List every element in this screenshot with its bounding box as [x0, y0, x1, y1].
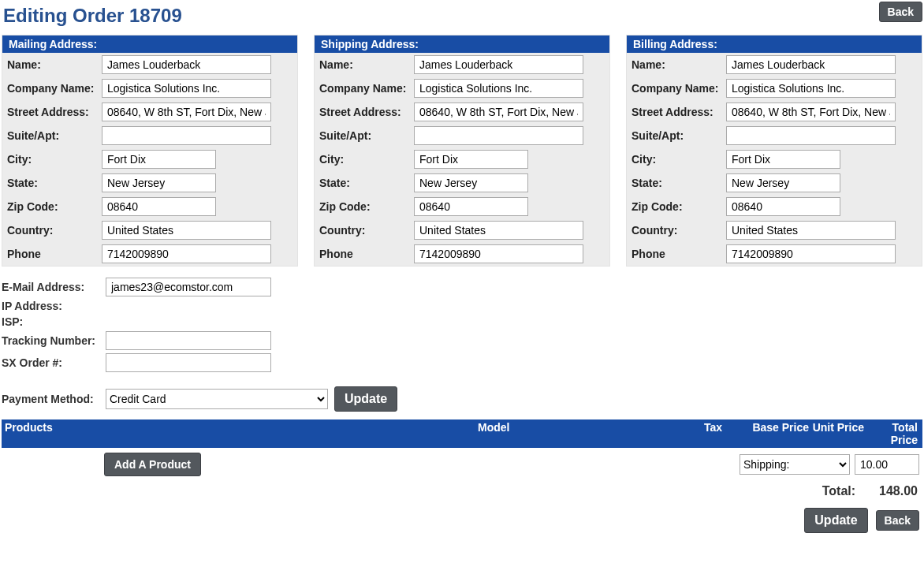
- mailing-zip-input[interactable]: [102, 197, 216, 216]
- email-input[interactable]: [106, 278, 271, 296]
- sx-order-input[interactable]: [106, 353, 271, 372]
- col-base-price: Base Price: [722, 421, 809, 446]
- billing-phone-input[interactable]: [726, 244, 896, 263]
- mailing-city-input[interactable]: [102, 150, 216, 169]
- col-model: Model: [478, 421, 659, 446]
- page-title: Editing Order 18709: [3, 5, 182, 27]
- label-isp: ISP:: [2, 315, 106, 328]
- shipping-phone-input[interactable]: [414, 244, 583, 263]
- update-payment-button[interactable]: Update: [334, 386, 397, 412]
- total-value: 148.00: [879, 484, 918, 498]
- shipping-state-input[interactable]: [414, 173, 528, 192]
- billing-state-input[interactable]: [726, 173, 840, 192]
- col-tax: Tax: [659, 421, 722, 446]
- mailing-address-panel: Mailing Address: Name: Company Name: Str…: [2, 35, 298, 267]
- shipping-company-input[interactable]: [414, 79, 583, 98]
- label-zip: Zip Code:: [7, 200, 102, 213]
- label-country: Country:: [7, 224, 102, 237]
- mailing-country-input[interactable]: [102, 221, 271, 240]
- mailing-header: Mailing Address:: [2, 35, 297, 53]
- mailing-phone-input[interactable]: [102, 244, 271, 263]
- update-button-bottom[interactable]: Update: [804, 508, 867, 533]
- billing-suite-input[interactable]: [726, 126, 896, 145]
- mailing-name-input[interactable]: [102, 55, 271, 74]
- label-payment: Payment Method:: [2, 393, 106, 405]
- label-tracking: Tracking Number:: [2, 334, 106, 347]
- billing-zip-input[interactable]: [726, 197, 840, 216]
- label-phone: Phone: [7, 248, 102, 260]
- billing-city-input[interactable]: [726, 150, 840, 169]
- shipping-city-input[interactable]: [414, 150, 528, 169]
- shipping-street-input[interactable]: [414, 103, 583, 121]
- label-name: Name:: [7, 58, 102, 71]
- mailing-suite-input[interactable]: [102, 126, 271, 145]
- shipping-zip-input[interactable]: [414, 197, 528, 216]
- col-unit-price: Unit Price: [809, 421, 864, 446]
- back-button-bottom[interactable]: Back: [876, 510, 919, 531]
- total-label: Total:: [822, 484, 855, 498]
- mailing-company-input[interactable]: [102, 79, 271, 98]
- shipping-name-input[interactable]: [414, 55, 583, 74]
- add-product-button[interactable]: Add A Product: [104, 453, 201, 476]
- back-button-top[interactable]: Back: [879, 2, 922, 22]
- billing-name-input[interactable]: [726, 55, 896, 74]
- tracking-input[interactable]: [106, 331, 271, 350]
- shipping-header: Shipping Address:: [315, 35, 609, 53]
- shipping-country-input[interactable]: [414, 221, 583, 240]
- col-total-price: Total Price: [864, 421, 919, 446]
- label-ip: IP Address:: [2, 300, 106, 312]
- billing-company-input[interactable]: [726, 79, 896, 98]
- label-city: City:: [7, 153, 102, 166]
- shipping-suite-input[interactable]: [414, 126, 583, 145]
- label-suite: Suite/Apt:: [7, 129, 102, 142]
- products-header-row: Products Model Tax Base Price Unit Price…: [2, 419, 922, 448]
- shipping-value-input[interactable]: [855, 454, 919, 475]
- mailing-street-input[interactable]: [102, 103, 271, 121]
- label-street: Street Address:: [7, 106, 102, 118]
- col-products: Products: [5, 421, 478, 446]
- billing-address-panel: Billing Address: Name: Company Name: Str…: [626, 35, 922, 267]
- billing-header: Billing Address:: [627, 35, 922, 53]
- label-company: Company Name:: [7, 82, 102, 95]
- billing-country-input[interactable]: [726, 221, 896, 240]
- shipping-address-panel: Shipping Address: Name: Company Name: St…: [314, 35, 610, 267]
- payment-method-select[interactable]: Credit Card: [106, 389, 328, 409]
- shipping-select[interactable]: Shipping:: [740, 454, 850, 475]
- label-email: E-Mail Address:: [2, 281, 106, 293]
- label-sx: SX Order #:: [2, 356, 106, 369]
- mailing-state-input[interactable]: [102, 173, 216, 192]
- label-state: State:: [7, 177, 102, 189]
- billing-street-input[interactable]: [726, 103, 896, 121]
